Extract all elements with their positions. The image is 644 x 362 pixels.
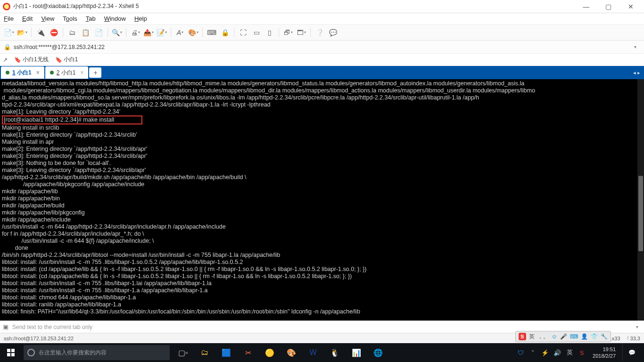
bookmark-1[interactable]: 🔖小白1无线	[14, 56, 49, 64]
taskbar-app-vbox[interactable]: 🟦	[216, 343, 237, 362]
windows-logo-icon	[7, 349, 15, 356]
ime-emoji-icon[interactable]: ☺	[552, 333, 557, 340]
toolbar: 📄▾ 📂▾ 🔌 ⛔ 🗂 📋 📄 🔍▾ 🖨▾ 📤▾ 📝▾ A▾ 🎨▾ ⌨ 🔒 ⛶ …	[0, 25, 644, 41]
ime-bar[interactable]: S 英 ，。 ☺ 🎤 ⌨ 👤 👕 🔧	[515, 331, 611, 342]
maximize-button[interactable]: ▢	[598, 0, 619, 13]
tile-h-button[interactable]: ▭	[250, 26, 263, 39]
menu-help[interactable]: Help	[134, 15, 147, 22]
menu-view[interactable]: View	[41, 15, 54, 22]
taskbar-app-word[interactable]: W	[303, 343, 323, 362]
app-icon	[3, 3, 10, 10]
find-button[interactable]: 🔍▾	[111, 26, 123, 39]
bookmark-icon: 🔖	[14, 57, 21, 63]
taskbar-app-unknown1[interactable]: 📊	[346, 343, 367, 362]
taskbar-app-unknown2[interactable]: 🌐	[368, 343, 388, 362]
menu-file[interactable]: File	[4, 15, 14, 22]
ime-user-icon[interactable]: 👤	[581, 333, 588, 340]
status-connection: ssh://root@172.18.253.241:22	[4, 336, 74, 341]
window-titlebar: 小白1 - root@xiaobai1:/app/httpd-2.2.34 - …	[0, 0, 644, 13]
ime-keyboard-icon[interactable]: ⌨	[570, 333, 578, 340]
tray-ime-icon[interactable]: 英	[565, 348, 574, 357]
address-bar: 🔒 ssh://root:******@172.18.253.241:22 ▾	[0, 41, 644, 54]
status-dot-icon	[50, 71, 54, 74]
open-session-button[interactable]: 📂▾	[16, 26, 28, 39]
address-dropdown[interactable]: ▾	[630, 44, 640, 49]
print-button[interactable]: 🖨▾	[129, 26, 141, 39]
properties-button[interactable]: 🗂	[66, 26, 78, 39]
lock-icon: 🔒	[4, 44, 11, 50]
taskbar-app-snipping[interactable]: ✂	[238, 343, 258, 362]
cascade-button[interactable]: 🗗▾	[282, 26, 294, 39]
paste-button[interactable]: 📄	[92, 26, 105, 39]
taskbar-app-xshell[interactable]: 🟡	[259, 343, 280, 362]
new-session-button[interactable]: 📄▾	[3, 26, 15, 39]
menubar: File Edit View Tools Tab Window Help	[0, 13, 644, 25]
tray-volume-icon[interactable]: 🔊	[553, 348, 561, 357]
reconnect-button[interactable]: 🔌	[34, 26, 47, 39]
quick-connect-icon[interactable]: ↗	[3, 57, 8, 63]
arrange-button[interactable]: 🗔▾	[295, 26, 307, 39]
bookmark-2[interactable]: 🔖小白1	[55, 56, 78, 64]
taskbar-app-qq[interactable]: 🐧	[324, 343, 345, 362]
menu-edit[interactable]: Edit	[22, 15, 33, 22]
start-button[interactable]	[0, 343, 22, 362]
cortana-icon	[27, 349, 35, 356]
tab-close-button[interactable]: ×	[36, 69, 40, 76]
system-tray: 🛡 ˄ ⚡ 🔊 英 S 19:51 2018/2/27 💬	[516, 343, 644, 362]
windows-taskbar: 在这里输入你要搜索的内容 ▢▫ 🗂 🟦 ✂ 🟡 🎨 W 🐧 📊 🌐 🛡 ˄ ⚡ …	[0, 343, 644, 362]
task-view-button[interactable]: ▢▫	[173, 343, 193, 362]
sessions-bar: ↗ 🔖小白1无线 🔖小白1	[0, 54, 644, 66]
about-button[interactable]: 💬	[327, 26, 339, 39]
tab-add-button[interactable]: +	[89, 67, 101, 78]
keymap-button[interactable]: ⌨	[206, 26, 218, 39]
taskbar-app-explorer[interactable]: 🗂	[194, 343, 215, 362]
copy-button[interactable]: 📋	[79, 26, 91, 39]
tabs-bar: 1 小白1 × 2 小白1 × + ◂ ▸	[0, 66, 644, 79]
bookmark-icon: 🔖	[55, 57, 62, 63]
compose-button[interactable]: 📝▾	[156, 26, 168, 39]
ime-punc[interactable]: ，。	[537, 333, 549, 341]
address-url[interactable]: ssh://root:******@172.18.253.241:22	[14, 44, 627, 50]
transfer-button[interactable]: 📤▾	[142, 26, 155, 39]
tab-2[interactable]: 2 小白1 ×	[45, 66, 89, 79]
taskbar-app-paint[interactable]: 🎨	[281, 343, 302, 362]
status-pos: ⁝ 33,3	[627, 335, 640, 341]
tray-chevron-icon[interactable]: ˄	[528, 348, 537, 357]
window-title: 小白1 - root@xiaobai1:/app/httpd-2.2.34 - …	[13, 2, 139, 10]
font-button[interactable]: A▾	[174, 26, 186, 39]
status-dot-icon	[6, 71, 9, 74]
tray-notifications-button[interactable]: 💬	[622, 343, 641, 362]
search-placeholder: 在这里输入你要搜索的内容	[39, 349, 107, 357]
input-dropdown[interactable]: ▾	[633, 324, 641, 329]
input-field[interactable]: Send text to the current tab only	[12, 324, 629, 330]
tray-clock[interactable]: 19:51 2018/2/27	[590, 346, 619, 359]
ime-skin-icon[interactable]: 👕	[591, 333, 598, 340]
tab-1[interactable]: 1 小白1 ×	[1, 66, 44, 79]
tabs-menu-button[interactable]: ◂ ▸	[633, 70, 644, 76]
lock-button[interactable]: 🔒	[219, 26, 231, 39]
tray-network-icon[interactable]: ⚡	[541, 348, 549, 357]
tab-close-button[interactable]: ×	[80, 69, 83, 76]
fullscreen-button[interactable]: ⛶	[237, 26, 249, 39]
tray-sogou-icon[interactable]: S	[578, 348, 586, 357]
sogou-icon: S	[519, 333, 526, 340]
ime-mic-icon[interactable]: 🎤	[560, 333, 567, 340]
disconnect-button[interactable]: ⛔	[48, 26, 60, 39]
input-send-icon[interactable]: ▣	[3, 323, 8, 330]
tray-shield-icon[interactable]: 🛡	[516, 348, 525, 357]
color-button[interactable]: 🎨▾	[187, 26, 199, 39]
terminal[interactable]: metadata/libmod_version.la modules/http/…	[0, 79, 644, 321]
menu-tab[interactable]: Tab	[86, 15, 96, 22]
help-button[interactable]: ❔	[314, 26, 326, 39]
minimize-button[interactable]: —	[576, 0, 596, 13]
terminal-scrollbar[interactable]	[637, 79, 644, 321]
menu-window[interactable]: Window	[104, 15, 126, 22]
taskbar-search[interactable]: 在这里输入你要搜索的内容	[24, 345, 170, 360]
close-button[interactable]: ✕	[620, 0, 641, 13]
ime-lang[interactable]: 英	[529, 333, 535, 341]
tile-v-button[interactable]: ▯	[264, 26, 276, 39]
menu-tools[interactable]: Tools	[63, 15, 77, 22]
ime-tool-icon[interactable]: 🔧	[601, 333, 608, 340]
